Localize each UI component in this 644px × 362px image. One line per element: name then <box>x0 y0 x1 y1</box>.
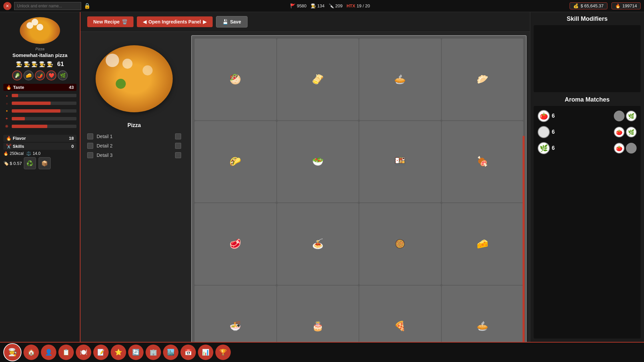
nav-orders[interactable]: 📝 <box>93 345 109 360</box>
knife-count: 209 <box>335 3 343 8</box>
nav-restaurant[interactable]: 🍽️ <box>76 345 91 360</box>
taste-icon-5: ❋ <box>3 123 10 130</box>
ingredient-emoji-14: 🍕 <box>388 316 412 336</box>
nav-exchange[interactable]: 🔄 <box>128 345 144 360</box>
ingredient-emoji-4: 🌮 <box>224 152 247 172</box>
open-ingredients-button[interactable]: ◀ Open Ingredients Panel ▶ <box>137 16 213 27</box>
detail-checkbox-3-right[interactable] <box>175 152 181 158</box>
aroma-left-1: 🍅 6 <box>538 110 555 122</box>
nav-achievements[interactable]: 🏆 <box>215 345 231 360</box>
taste-fill-4 <box>12 117 25 120</box>
aroma-right-1: 🌿 <box>614 111 637 121</box>
taste-bar-4: ✦ <box>3 115 76 122</box>
ingredient-emoji-15: 🥧 <box>471 316 494 336</box>
aroma-circle-1: 🍅 <box>538 110 550 122</box>
arrow-left-icon: ◀ <box>143 19 147 24</box>
new-recipe-button[interactable]: New Recipe 🗑️ <box>87 16 133 27</box>
weight-item: ⚖️ 14.0 <box>26 151 40 156</box>
coin-icon: 💰 <box>573 3 579 8</box>
ingredient-emoji-1: 🫔 <box>306 69 329 89</box>
chef-hat-4: 👨‍🍳 <box>39 61 46 67</box>
skills-row: ✂️ Skills 0 <box>3 143 76 150</box>
ingredient-cell-7[interactable]: 🍖 <box>442 121 524 203</box>
flame-icon: 🔥 <box>6 136 11 141</box>
action-icons: ♻️ 📦 <box>24 157 51 169</box>
aroma-box: 🍅 6 🌿 6 🍅 🌿 🌿 6 🍅 <box>534 106 641 339</box>
pizza-thumbnail <box>20 17 60 44</box>
ingredient-cell-1[interactable]: 🫔 <box>277 39 359 120</box>
chef-hat-1: 👨‍🍳 <box>16 61 22 67</box>
detail-checkbox-3-left[interactable] <box>87 152 93 158</box>
money-value: $ 65,645.37 <box>581 3 604 8</box>
aroma-count-1: 6 <box>552 113 555 119</box>
close-button[interactable]: ✕ <box>3 2 11 10</box>
fire-icon: 🔥 <box>615 3 621 8</box>
nav-home[interactable]: 🏠 <box>23 345 39 360</box>
chef-count: 134 <box>317 3 325 8</box>
skill-modifiers-box <box>534 25 641 92</box>
ingredient-cell-3[interactable]: 🥟 <box>442 39 524 120</box>
detail-label-3: Detail 3 <box>97 153 172 158</box>
nav-calendar[interactable]: 📅 <box>180 345 196 360</box>
taste-fill-2 <box>12 102 51 105</box>
level-icon: HTX <box>346 3 355 8</box>
detail-checkbox-1-left[interactable] <box>87 133 93 139</box>
nav-reports[interactable]: 📊 <box>198 345 213 360</box>
new-recipe-label: New Recipe <box>93 19 120 24</box>
cost-label: 🏷️ $ 0.57 <box>3 161 22 166</box>
skill-modifiers-title: Skill Modifiers <box>534 15 641 22</box>
aroma-matches-title: Aroma Matches <box>534 96 641 103</box>
save-button[interactable]: 💾 Save <box>216 16 248 27</box>
money-display: 💰 $ 65,645.37 <box>570 2 607 9</box>
aroma-match-2a: 🍅 <box>614 127 625 137</box>
ing-icon-1: 🥬 <box>12 70 22 80</box>
ingredient-cell-4[interactable]: 🌮 <box>195 121 276 203</box>
detail-checkbox-1-right[interactable] <box>175 133 181 139</box>
name-input[interactable] <box>14 2 81 10</box>
trash-icon: 🗑️ <box>122 19 127 24</box>
ingredient-icons: 🥬 🧀 🌶️ ❤️ 🌿 <box>12 70 68 80</box>
nav-city[interactable]: 🏙️ <box>163 345 178 360</box>
save-label: Save <box>230 19 241 24</box>
ingredient-cell-9[interactable]: 🍝 <box>277 203 359 285</box>
nav-chef-home[interactable]: 👨‍🍳 <box>3 343 21 361</box>
scroll-indicator <box>523 135 525 362</box>
archive-button[interactable]: 📦 <box>39 157 51 169</box>
aroma-circle-2 <box>538 126 550 138</box>
taste-bg-3 <box>12 109 76 113</box>
nav-building[interactable]: 🏢 <box>146 345 161 360</box>
nav-profile[interactable]: 👤 <box>41 345 56 360</box>
weight-icon: ⚖️ <box>26 151 31 156</box>
ingredient-cell-2[interactable]: 🥧 <box>359 39 441 120</box>
taste-icon-1: ⬥ <box>3 92 10 99</box>
taste-label: 🔥 Taste <box>6 85 24 90</box>
ingredient-emoji-6: 🍱 <box>388 152 412 172</box>
ingredient-cell-6[interactable]: 🍱 <box>359 121 441 203</box>
flag-icon: 🚩 <box>290 3 296 8</box>
ingredient-cell-8[interactable]: 🥩 <box>195 203 276 285</box>
pizza-type-label: Pizza <box>36 47 45 51</box>
lock-icon: 🔒 <box>84 3 91 9</box>
aroma-count-3: 6 <box>552 145 555 151</box>
chef-rating-number: 61 <box>57 61 64 68</box>
ingredient-cell-10[interactable]: 🥘 <box>359 203 441 285</box>
recycle-button[interactable]: ♻️ <box>24 157 36 169</box>
ingredient-cell-5[interactable]: 🥗 <box>277 121 359 203</box>
detail-checkbox-2-right[interactable] <box>175 143 181 149</box>
calorie-value: 250kcal <box>10 151 23 156</box>
calorie-row: 🔥 250kcal ⚖️ 14.0 <box>3 151 76 156</box>
detail-checkbox-2-left[interactable] <box>87 143 93 149</box>
aroma-left-2: 6 <box>538 126 555 138</box>
aroma-match-1a <box>614 111 625 121</box>
detail-label-1: Detail 1 <box>97 134 172 139</box>
ingredient-cell-11[interactable]: 🧀 <box>442 203 524 285</box>
ingredient-emoji-5: 🥗 <box>306 152 329 172</box>
ingredient-cell-0[interactable]: 🥙 <box>195 39 276 120</box>
aroma-match-2b: 🌿 <box>626 127 637 137</box>
flavor-label: 🔥 Flavor <box>6 136 26 141</box>
taste-bar-5: ❋ <box>3 123 76 130</box>
pizza-display: Pizza Detail 1 Detail 2 Detail 3 <box>80 32 188 362</box>
nav-menu[interactable]: 📋 <box>58 345 74 360</box>
nav-favorites[interactable]: ⭐ <box>111 345 126 360</box>
chef-hat-5: 👨‍🍳 <box>47 61 53 67</box>
